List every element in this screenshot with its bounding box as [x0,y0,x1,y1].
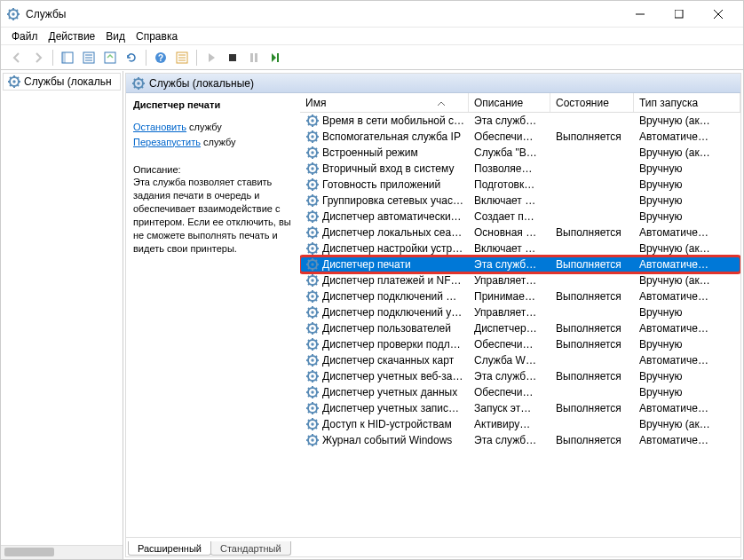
service-name: Диспетчер локальных сеа… [322,226,462,239]
service-icon [305,225,320,240]
tab-extended[interactable]: Расширенный [128,541,211,556]
menu-action[interactable]: Действие [44,28,101,44]
window-title: Службы [26,8,621,20]
service-icon [305,417,320,431]
back-button[interactable] [7,48,27,67]
table-row[interactable]: Диспетчер учетных веб-за…Эта служб…Выпол… [300,368,740,384]
service-state: Выполняется [550,258,634,271]
service-name: Доступ к HID-устройствам [322,418,452,430]
table-row[interactable]: Диспетчер проверки подл…Обеспечи…Выполня… [300,336,740,352]
menubar: Файл Действие Вид Справка [1,28,743,45]
list-button[interactable] [172,48,192,67]
service-desc: Управляет… [469,274,550,287]
service-icon [305,146,320,160]
service-startup: Автоматиче… [634,354,740,367]
col-name[interactable]: Имя [300,93,469,112]
service-startup: Вручную [634,194,740,207]
table-row[interactable]: Диспетчер учетных данныхОбеспечи…Вручную [300,384,740,400]
service-state: Выполняется [550,402,634,414]
service-icon [305,241,320,256]
titlebar: Службы [1,1,743,28]
service-desc: Запуск эт… [469,402,550,414]
restart-button[interactable] [265,48,285,67]
service-startup: Автоматиче… [634,258,740,271]
service-state: Выполняется [550,370,634,383]
service-desc: Эта служб… [469,114,550,127]
export-button[interactable] [100,48,120,67]
forward-button[interactable] [28,48,48,67]
menu-help[interactable]: Справка [131,28,183,44]
stop-link[interactable]: Остановить [133,122,186,132]
svg-rect-30 [277,53,279,62]
service-name: Диспетчер учетных данных [322,386,457,398]
service-startup: Вручную (ак… [634,418,740,430]
minimize-button[interactable] [621,2,660,27]
svg-rect-11 [675,10,683,18]
table-row[interactable]: Диспетчер печатиЭта служб…ВыполняетсяАвт… [300,256,740,272]
tree-root-item[interactable]: Службы (локальн [3,73,121,91]
menu-file[interactable]: Файл [6,28,44,44]
service-desc: Эта служб… [469,258,550,271]
service-desc: Управляет… [469,306,550,319]
service-name: Диспетчер пользователей [322,322,451,335]
bottom-tabs: Расширенный Стандартный [126,537,740,556]
service-icon [305,257,320,272]
table-row[interactable]: Доступ к HID-устройствамАктивиру…Вручную… [300,416,740,432]
svg-rect-15 [62,52,66,63]
table-row[interactable]: Диспетчер подключений у…Управляет…Вручну… [300,304,740,320]
service-desc: Эта служб… [469,434,550,446]
help-button[interactable]: ? [151,48,170,67]
pause-button[interactable] [244,48,264,67]
stop-button[interactable] [223,48,242,67]
maximize-button[interactable] [660,2,699,27]
show-hide-button[interactable] [58,48,77,67]
service-startup: Автоматиче… [634,226,740,239]
table-row[interactable]: Диспетчер платежей и NF…Управляет…Вручну… [300,272,740,288]
restart-link[interactable]: Перезапустить [133,137,201,147]
service-startup: Автоматиче… [634,434,740,446]
table-row[interactable]: Вспомогательная служба IPОбеспечи…Выполн… [300,129,740,145]
service-name: Диспетчер печати [322,258,411,271]
service-name: Диспетчер автоматически… [322,210,462,223]
col-startup[interactable]: Тип запуска [634,93,740,112]
service-icon [305,305,320,319]
tree-scrollbar[interactable] [1,545,123,559]
service-icon [305,273,320,288]
table-row[interactable]: Диспетчер автоматически…Создает п…Вручну… [300,209,740,225]
table-row[interactable]: Встроенный режимСлужба "В…Вручную (ак… [300,145,740,161]
service-name: Диспетчер настройки устр… [322,242,463,255]
service-name: Диспетчер учетных веб-за… [322,370,463,383]
table-row[interactable]: Время в сети мобильной с…Эта служб…Вручн… [300,113,740,129]
service-name: Журнал событий Windows [322,434,452,446]
table-row[interactable]: Диспетчер настройки устр…Включает …Вручн… [300,241,740,256]
col-desc[interactable]: Описание [469,93,550,112]
service-startup: Вручную [634,306,740,319]
start-button[interactable] [202,48,221,67]
table-row[interactable]: Диспетчер локальных сеа…Основная …Выполн… [300,225,740,241]
tab-standard[interactable]: Стандартный [210,541,291,556]
table-row[interactable]: Диспетчер подключений …Принимае…Выполняе… [300,288,740,304]
table-row[interactable]: Готовность приложенийПодготовк…Вручную [300,177,740,193]
service-state: Выполняется [550,226,634,239]
properties-button[interactable] [79,48,99,67]
table-row[interactable]: Диспетчер скачанных картСлужба W…Автомат… [300,352,740,368]
menu-view[interactable]: Вид [100,28,131,44]
close-button[interactable] [699,2,738,27]
service-startup: Автоматиче… [634,322,740,335]
sort-indicator-icon [438,97,445,109]
service-desc: Подготовк… [469,178,550,191]
service-icon [305,162,320,176]
refresh-button[interactable] [122,48,141,67]
table-row[interactable]: Диспетчер пользователейДиспетчер…Выполня… [300,320,740,336]
service-desc: Активиру… [469,418,550,430]
table-row[interactable]: Вторичный вход в системуПозволяе…Вручную [300,161,740,177]
service-name: Диспетчер проверки подл… [322,338,461,351]
service-startup: Автоматиче… [634,130,740,143]
table-row[interactable]: Журнал событий WindowsЭта служб…Выполняе… [300,432,740,448]
table-row[interactable]: Группировка сетевых учас…Включает …Вручн… [300,193,740,209]
col-state[interactable]: Состояние [550,93,634,112]
table-row[interactable]: Диспетчер учетных запис…Запуск эт…Выполн… [300,400,740,416]
service-startup: Вручную [634,338,740,351]
service-desc: Эта служб… [469,370,550,383]
svg-rect-28 [250,53,253,62]
